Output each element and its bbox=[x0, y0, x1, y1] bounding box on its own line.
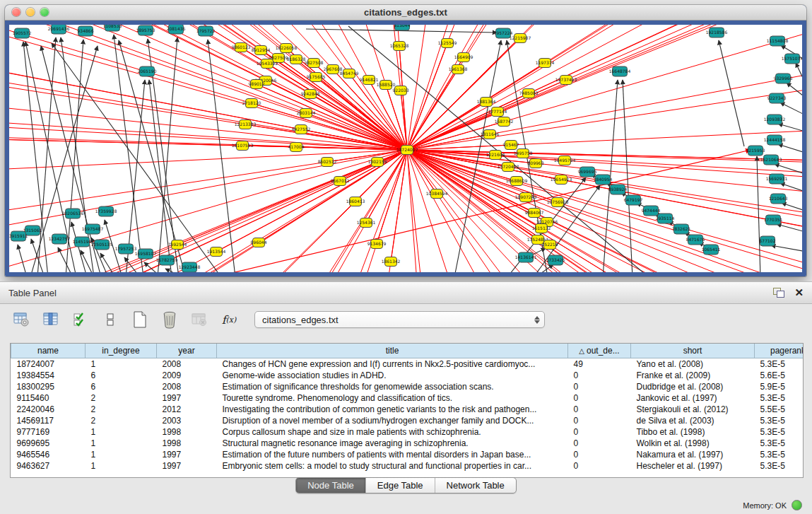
teal-node[interactable]: 16975487 bbox=[82, 224, 104, 234]
teal-node[interactable]: 15692931 bbox=[766, 174, 788, 184]
close-window-icon[interactable] bbox=[12, 8, 20, 16]
citation-edge[interactable] bbox=[18, 245, 27, 273]
yellow-node[interactable]: 1860413 bbox=[346, 197, 365, 206]
float-window-icon[interactable] bbox=[773, 288, 784, 298]
teal-node[interactable]: 7832621 bbox=[672, 224, 691, 234]
yellow-node[interactable]: 896044 bbox=[251, 238, 267, 247]
yellow-node[interactable]: 8454749 bbox=[340, 69, 359, 78]
table-row[interactable]: 1938455462009Genome-wide association stu… bbox=[11, 370, 804, 381]
teal-node[interactable]: 16648784 bbox=[609, 66, 631, 76]
column-header-year[interactable]: year bbox=[157, 344, 217, 358]
teal-node[interactable]: 2065190 bbox=[138, 66, 157, 76]
yellow-node[interactable]: 8912954 bbox=[252, 46, 271, 55]
citation-edge[interactable] bbox=[787, 83, 802, 95]
yellow-node[interactable]: 1961368 bbox=[449, 65, 468, 74]
yellow-node[interactable]: 1687742 bbox=[495, 117, 514, 127]
citation-edge[interactable] bbox=[778, 124, 802, 131]
citation-edge[interactable] bbox=[100, 253, 115, 273]
citation-edge[interactable] bbox=[399, 46, 407, 150]
teal-node[interactable]: 14136141 bbox=[515, 252, 537, 262]
teal-node[interactable]: 16210643 bbox=[760, 155, 782, 165]
yellow-node[interactable]: 18226058 bbox=[276, 44, 298, 53]
teal-node[interactable]: 2935114 bbox=[656, 214, 675, 223]
yellow-node[interactable]: 915467 bbox=[503, 141, 519, 150]
table-row[interactable]: 1872400712008Changes of HCN gene express… bbox=[11, 358, 804, 370]
teal-node[interactable]: 1065411 bbox=[702, 245, 721, 255]
table-row[interactable]: 946554611997Estimation of the future num… bbox=[11, 449, 804, 460]
teal-node[interactable]: 3915911 bbox=[9, 231, 28, 241]
teal-node[interactable]: 12093832 bbox=[764, 115, 786, 124]
citation-edge[interactable] bbox=[208, 40, 235, 273]
teal-node[interactable]: 17359928 bbox=[95, 206, 117, 216]
yellow-node[interactable]: 2718120 bbox=[242, 99, 261, 108]
citation-edge[interactable] bbox=[391, 150, 407, 262]
teal-node[interactable]: 19218586 bbox=[706, 28, 728, 37]
yellow-node[interactable]: 1861342 bbox=[382, 257, 401, 267]
citation-edge[interactable] bbox=[780, 103, 802, 114]
column-header-pagerank[interactable]: pagerank bbox=[755, 344, 804, 358]
teal-node[interactable]: 1733426 bbox=[546, 255, 565, 265]
yellow-node[interactable]: 18495794 bbox=[554, 156, 576, 165]
teal-node[interactable]: 813044 bbox=[394, 25, 411, 30]
teal-node[interactable]: 16782759 bbox=[156, 255, 178, 265]
column-header-in_degree[interactable]: in_degree bbox=[86, 344, 157, 358]
citation-edge[interactable] bbox=[719, 40, 744, 146]
teal-node[interactable]: 1145194 bbox=[73, 237, 92, 247]
teal-node[interactable]: 17957253 bbox=[115, 244, 137, 254]
teal-node[interactable]: 934866 bbox=[78, 26, 94, 36]
yellow-node[interactable]: 809963 bbox=[528, 159, 544, 168]
minimize-window-icon[interactable] bbox=[26, 8, 35, 16]
row-options-button[interactable] bbox=[100, 310, 120, 329]
table-row[interactable]: 977716911998Corpus callosum shape and si… bbox=[11, 426, 804, 438]
tab-edge-table[interactable]: Edge Table bbox=[365, 478, 435, 493]
teal-node[interactable]: 2081436 bbox=[167, 25, 186, 34]
citation-edge[interactable] bbox=[775, 164, 802, 173]
teal-node[interactable]: 11154808 bbox=[767, 36, 789, 46]
teal-node[interactable]: 1108533 bbox=[103, 25, 122, 31]
yellow-node[interactable]: 8427552 bbox=[292, 125, 311, 134]
table-row[interactable]: 946362711997Embryonic stem cells: a mode… bbox=[11, 460, 804, 472]
teal-node[interactable]: 16958107 bbox=[135, 249, 157, 259]
function-builder-button[interactable]: f(x) bbox=[219, 310, 239, 329]
yellow-node[interactable]: 12215987 bbox=[510, 34, 531, 43]
teal-node[interactable]: 12505135 bbox=[91, 240, 113, 250]
close-icon[interactable]: ✕ bbox=[794, 288, 804, 298]
teal-node[interactable]: 1840954 bbox=[594, 175, 613, 185]
yellow-node[interactable]: 10384594 bbox=[426, 189, 448, 199]
table-row[interactable]: 2242004622012Investigating the contribut… bbox=[11, 404, 804, 415]
teal-node[interactable]: 1895753 bbox=[136, 25, 155, 35]
yellow-node[interactable]: 15720407 bbox=[498, 163, 519, 172]
table-row[interactable]: 969969511998Structural magnetic resonanc… bbox=[11, 438, 804, 449]
column-header-short[interactable]: short bbox=[631, 344, 755, 358]
teal-node[interactable]: 9227343 bbox=[767, 93, 787, 103]
column-header-name[interactable]: name bbox=[11, 344, 86, 358]
teal-node[interactable]: 8215953 bbox=[746, 146, 765, 156]
table-mode-button[interactable] bbox=[11, 310, 31, 329]
teal-node[interactable]: 9699695 bbox=[578, 167, 597, 177]
yellow-node[interactable]: 989012 bbox=[249, 80, 265, 89]
teal-node[interactable]: 1210643 bbox=[769, 194, 788, 204]
yellow-node[interactable]: 252214 bbox=[542, 240, 558, 250]
teal-node[interactable]: 20691436 bbox=[48, 25, 70, 34]
teal-node[interactable]: 8938924 bbox=[608, 185, 628, 194]
yellow-node[interactable]: 922033 bbox=[393, 86, 409, 95]
teal-node[interactable]: 12923448 bbox=[179, 262, 201, 272]
tab-network-table[interactable]: Network Table bbox=[435, 478, 516, 493]
teal-node[interactable]: 1770351 bbox=[764, 215, 783, 225]
yellow-node[interactable]: 19654923 bbox=[551, 175, 572, 185]
teal-node[interactable]: 12444158 bbox=[764, 135, 786, 145]
column-header-title[interactable]: title bbox=[217, 344, 568, 358]
window-titlebar[interactable]: citations_edges.txt bbox=[5, 5, 806, 21]
create-column-button[interactable] bbox=[130, 310, 150, 329]
yellow-node[interactable]: 8602512 bbox=[318, 158, 337, 167]
citation-edge[interactable] bbox=[778, 144, 802, 152]
yellow-node[interactable]: 10756928 bbox=[547, 198, 569, 207]
teal-node[interactable]: 20206536 bbox=[62, 209, 84, 218]
column-header-out_de[interactable]: △out_de... bbox=[568, 344, 631, 358]
zoom-window-icon[interactable] bbox=[40, 8, 49, 16]
tab-node-table[interactable]: Node Table bbox=[296, 478, 365, 493]
teal-node[interactable]: 677102 bbox=[760, 236, 776, 246]
teal-node[interactable]: 9474444 bbox=[642, 206, 661, 216]
yellow-node[interactable]: 10543392 bbox=[257, 59, 278, 69]
show-column-button[interactable] bbox=[41, 310, 61, 329]
